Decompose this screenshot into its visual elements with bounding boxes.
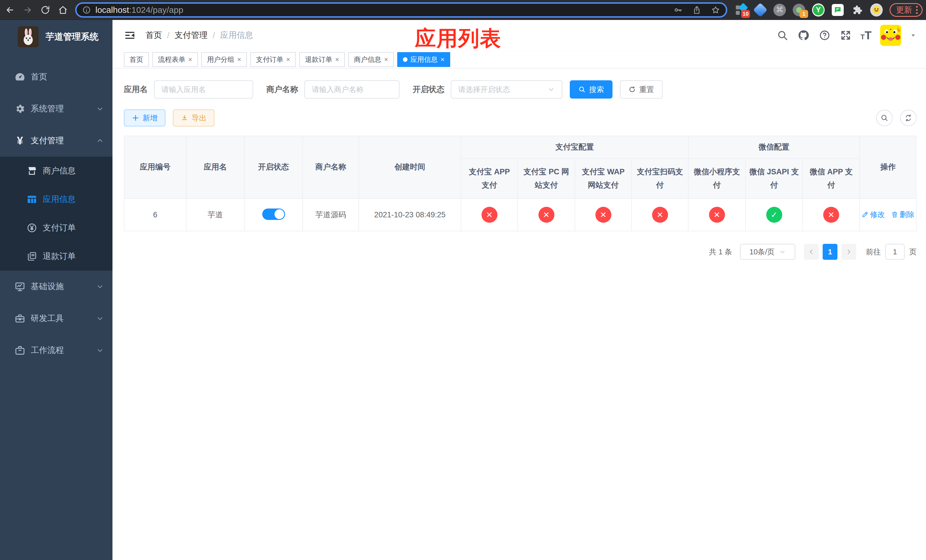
edit-link[interactable]: 修改 <box>862 210 885 219</box>
chevron-down-icon <box>96 105 104 113</box>
address-bar[interactable]: localhost:1024/pay/app <box>75 2 727 18</box>
font-size-icon[interactable]: TT <box>861 29 872 42</box>
search-button[interactable]: 搜索 <box>570 80 613 98</box>
sidebar-logo-row[interactable]: 芋道管理系统 <box>0 20 112 53</box>
cell-alipay-app: ✕ <box>461 198 517 231</box>
user-avatar[interactable] <box>880 25 901 46</box>
col-alipay-pc: 支付宝 PC 网站支付 <box>517 159 575 198</box>
search-icon[interactable] <box>776 29 789 42</box>
tab-merchant-info[interactable]: 商户信息× <box>348 52 394 67</box>
sidebar-item-refund-order[interactable]: 退款订单 <box>0 242 112 271</box>
status-select[interactable]: 请选择开启状态 <box>451 80 562 98</box>
add-button[interactable]: 新增 <box>124 109 165 127</box>
sidebar-item-dev-tools[interactable]: 研发工具 <box>0 303 112 334</box>
breadcrumb-home[interactable]: 首页 <box>145 30 162 41</box>
extension-chat-icon[interactable] <box>831 4 844 16</box>
sidebar-item-label: 首页 <box>31 71 47 83</box>
tab-app-info[interactable]: 应用信息× <box>397 52 450 67</box>
monitor-icon <box>14 281 26 292</box>
url-host: localhost <box>95 5 129 15</box>
delete-link[interactable]: 删除 <box>891 210 915 219</box>
close-icon[interactable]: × <box>335 56 339 63</box>
prev-page-button[interactable] <box>804 244 819 260</box>
page-size-select[interactable]: 10条/页 <box>740 244 795 260</box>
sidebar-item-merchant-info[interactable]: 商户信息 <box>0 157 112 185</box>
export-button[interactable]: 导出 <box>173 109 215 127</box>
col-app-name: 应用名 <box>186 136 244 198</box>
tab-home[interactable]: 首页 <box>124 52 149 67</box>
tab-pay-order[interactable]: 支付订单× <box>250 52 296 67</box>
breadcrumb-current: 应用信息 <box>220 30 253 41</box>
page-content: 应用名 商户名称 开启状态 请选择开启状态 搜索 重置 <box>112 68 926 560</box>
cell-alipay-qr: ✕ <box>632 198 688 231</box>
sidebar-item-payment[interactable]: ¥ 支付管理 <box>0 125 112 157</box>
breadcrumb-payment[interactable]: 支付管理 <box>174 30 207 41</box>
close-icon[interactable]: × <box>188 56 192 63</box>
toolbox-icon <box>14 313 26 324</box>
chevron-up-icon <box>96 137 104 145</box>
sidebar-item-pay-order[interactable]: 支付订单 <box>0 213 112 242</box>
extension-command-icon[interactable]: ⌘ <box>773 4 786 16</box>
current-page-button[interactable]: 1 <box>823 244 837 260</box>
help-icon[interactable] <box>819 29 831 42</box>
close-icon[interactable]: × <box>286 56 290 63</box>
search-icon <box>881 114 888 122</box>
sidebar-collapse-icon[interactable] <box>124 29 136 41</box>
refresh-table-button[interactable] <box>900 110 917 126</box>
close-icon[interactable]: × <box>237 56 241 63</box>
extension-grid-icon[interactable]: 10 <box>735 4 747 16</box>
col-alipay-wap: 支付宝 WAP 网站支付 <box>575 159 632 198</box>
browser-reload-icon[interactable] <box>40 5 51 15</box>
status-toggle[interactable] <box>262 209 285 220</box>
tab-user-group[interactable]: 用户分组× <box>201 52 247 67</box>
url-text[interactable]: localhost:1024/pay/app <box>95 5 673 15</box>
grid-icon <box>26 194 38 205</box>
tab-refund-order[interactable]: 退款订单× <box>299 52 345 67</box>
kebab-menu-icon <box>916 6 918 14</box>
password-key-icon[interactable] <box>673 5 682 15</box>
sidebar-item-app-info[interactable]: 应用信息 <box>0 185 112 213</box>
extension-yuque-icon[interactable]: Y <box>812 4 825 16</box>
close-icon[interactable]: × <box>440 56 445 63</box>
url-path: :1024/pay/app <box>129 5 183 15</box>
col-status: 开启状态 <box>244 136 303 198</box>
table-row: 6 芋道 芋道源码 2021-10-23 08:49:25 ✕ ✕ ✕ ✕ ✕ … <box>124 198 916 231</box>
browser-home-icon[interactable] <box>57 5 68 15</box>
chevron-down-icon <box>548 86 555 93</box>
close-icon[interactable]: × <box>384 56 388 63</box>
browser-profile-avatar[interactable] <box>870 4 883 16</box>
next-page-button[interactable] <box>841 244 856 260</box>
edit-pencil-icon <box>862 211 869 218</box>
trash-icon <box>891 211 898 218</box>
sidebar-item-home[interactable]: 首页 <box>0 61 112 93</box>
avatar-caret-icon[interactable] <box>910 32 917 39</box>
site-info-icon[interactable] <box>82 6 91 14</box>
sidebar-item-infrastructure[interactable]: 基础设施 <box>0 271 112 303</box>
tab-process-form[interactable]: 流程表单× <box>152 52 198 67</box>
reset-button[interactable]: 重置 <box>620 80 663 98</box>
col-created-at: 创建时间 <box>359 136 461 198</box>
browser-forward-icon[interactable] <box>22 5 33 15</box>
total-count: 共 1 条 <box>709 247 732 257</box>
pagination: 共 1 条 10条/页 1 前往 <box>124 244 917 260</box>
bookmark-star-icon[interactable] <box>711 5 720 15</box>
app-name-input[interactable] <box>154 80 253 98</box>
goto-page-input[interactable] <box>885 244 905 260</box>
show-search-button[interactable] <box>876 110 893 126</box>
col-alipay-app: 支付宝 APP 支付 <box>461 159 517 198</box>
goto-label: 前往 <box>866 247 881 257</box>
sidebar-item-system[interactable]: 系统管理 <box>0 93 112 125</box>
cell-alipay-wap: ✕ <box>575 198 632 231</box>
github-icon[interactable] <box>797 29 810 42</box>
browser-back-icon[interactable] <box>5 5 15 15</box>
extension-gem-icon[interactable] <box>754 4 767 16</box>
fullscreen-icon[interactable] <box>840 29 852 42</box>
share-icon[interactable] <box>692 5 701 15</box>
browser-update-menu[interactable]: 更新 <box>890 3 923 17</box>
chevron-right-icon <box>845 248 853 256</box>
extension-badge: 10 <box>741 10 750 18</box>
sidebar-item-workflow[interactable]: 工作流程 <box>0 334 112 366</box>
extensions-puzzle-icon[interactable] <box>851 4 863 16</box>
merchant-name-input[interactable] <box>304 80 399 98</box>
extension-session-icon[interactable]: 1 <box>793 4 805 16</box>
